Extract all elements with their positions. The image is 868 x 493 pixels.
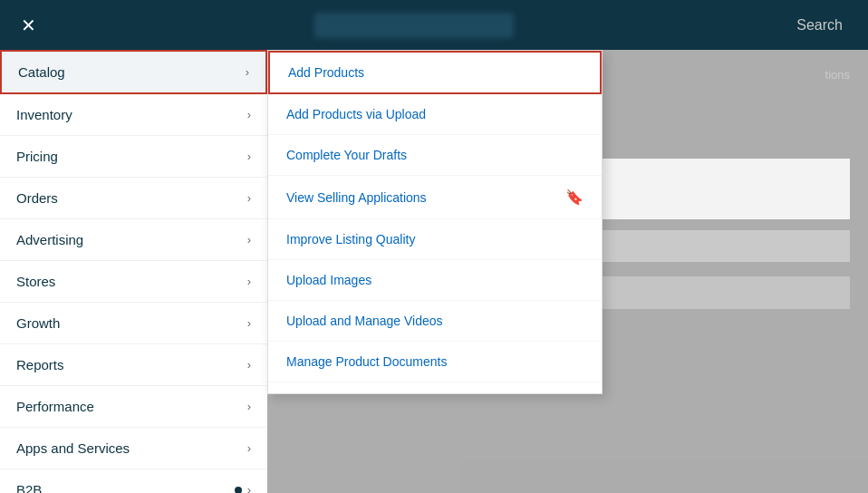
sidebar-item-label: Growth [16,315,60,331]
submenu-item-view-selling[interactable]: View Selling Applications 🔖 [268,176,602,219]
submenu-item-complete-drafts[interactable]: Complete Your Drafts [268,135,602,176]
sidebar-item-catalog[interactable]: Catalog › [0,50,267,94]
chevron-right-icon: › [247,191,251,205]
chevron-right-icon: › [247,400,251,413]
chevron-right-icon: › [247,316,251,330]
chevron-right-icon: › [247,358,251,372]
main-layout: Catalog › Inventory › Pricing › Orders ›… [0,50,868,493]
submenu-item-label: Add Products via Upload [286,107,426,121]
dot-indicator [235,487,242,494]
sidebar-item-performance[interactable]: Performance › [0,386,267,428]
sidebar-item-label: Reports [16,357,64,372]
sidebar-item-label: Inventory [16,107,72,122]
submenu-item-label: Complete Your Drafts [286,148,407,162]
sidebar-item-reports[interactable]: Reports › [0,344,267,386]
bookmark-icon: 🔖 [565,188,583,206]
submenu-item-label: Upload Images [286,273,371,287]
close-button[interactable]: ✕ [14,12,42,39]
logo-blur [314,13,514,38]
logo-area [42,13,786,38]
header: ✕ Search [0,0,868,50]
submenu-item-label: Improve Listing Quality [286,232,415,246]
chevron-right-icon: › [247,150,251,163]
sidebar-item-label: Performance [16,399,94,414]
chevron-right-icon: › [246,65,249,79]
sidebar-item-growth[interactable]: Growth › [0,303,267,344]
submenu-panel: Add Products Add Products via Upload Com… [267,50,603,394]
sidebar-item-label: Stores [16,274,55,289]
sidebar-item-inventory[interactable]: Inventory › [0,94,267,136]
sidebar: Catalog › Inventory › Pricing › Orders ›… [0,50,267,493]
sidebar-item-label: Pricing [16,149,58,164]
submenu-item-label: View Selling Applications [286,190,427,205]
chevron-right-icon: › [247,108,251,121]
chevron-right-icon: › [247,275,251,288]
sidebar-item-advertising[interactable]: Advertising › [0,219,267,261]
chevron-right-icon: › [247,441,251,455]
submenu-item-add-products[interactable]: Add Products [268,51,602,94]
submenu-item-add-products-upload[interactable]: Add Products via Upload [268,94,602,135]
sidebar-item-orders[interactable]: Orders › [0,178,267,219]
sidebar-item-label: Catalog [18,64,65,80]
submenu-item-upload-videos[interactable]: Upload and Manage Videos [268,301,602,342]
chevron-right-icon: › [247,233,251,246]
sidebar-item-label: Advertising [16,232,83,247]
search-button[interactable]: Search [786,12,854,39]
submenu-item-improve-listing[interactable]: Improve Listing Quality [268,219,602,260]
sidebar-item-right: › [235,483,251,493]
submenu-item-manage-docs[interactable]: Manage Product Documents [268,342,602,382]
sidebar-item-label: B2B [16,482,42,493]
chevron-right-icon: › [247,483,251,493]
sidebar-item-b2b[interactable]: B2B › [0,469,267,493]
submenu-item-upload-images[interactable]: Upload Images [268,260,602,301]
sidebar-item-label: Apps and Services [16,440,130,456]
sidebar-item-pricing[interactable]: Pricing › [0,136,267,178]
sidebar-item-apps-services[interactable]: Apps and Services › [0,428,267,469]
submenu-item-label: Add Products [288,65,364,80]
close-icon: ✕ [21,14,36,36]
submenu-item-label: Upload and Manage Videos [286,314,443,328]
sidebar-item-label: Orders [16,190,58,206]
sidebar-item-stores[interactable]: Stores › [0,261,267,303]
submenu-item-label: Manage Product Documents [286,354,447,369]
